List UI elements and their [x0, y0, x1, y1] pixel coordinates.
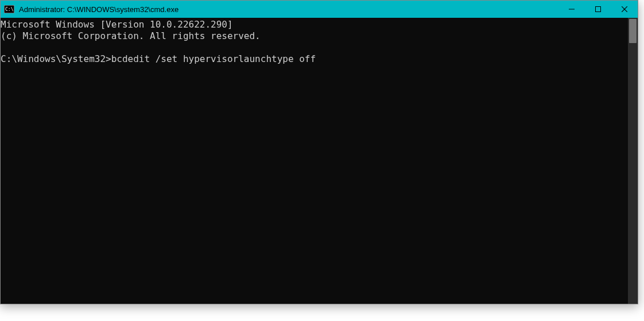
- console-output[interactable]: Microsoft Windows [Version 10.0.22622.29…: [1, 18, 628, 304]
- close-button[interactable]: [611, 1, 638, 18]
- scrollbar-thumb[interactable]: [629, 19, 637, 43]
- svg-rect-3: [596, 7, 601, 12]
- cmd-window: C:\ Administrator: C:\WINDOWS\system32\c…: [0, 0, 638, 304]
- client-area: Microsoft Windows [Version 10.0.22622.29…: [1, 18, 638, 304]
- maximize-button[interactable]: [585, 1, 611, 18]
- window-controls: [558, 1, 638, 18]
- window-title: Administrator: C:\WINDOWS\system32\cmd.e…: [19, 5, 179, 14]
- command-input[interactable]: bcdedit /set hypervisorlaunchtype off: [111, 53, 316, 64]
- prompt: C:\Windows\System32>: [1, 53, 111, 64]
- minimize-button[interactable]: [558, 1, 585, 18]
- console-line: (c) Microsoft Corporation. All rights re…: [1, 30, 261, 41]
- vertical-scrollbar[interactable]: [628, 18, 638, 304]
- console-line: Microsoft Windows [Version 10.0.22622.29…: [1, 19, 233, 30]
- cmd-icon: C:\: [4, 5, 14, 13]
- svg-text:C:\: C:\: [5, 7, 14, 12]
- titlebar[interactable]: C:\ Administrator: C:\WINDOWS\system32\c…: [1, 1, 638, 18]
